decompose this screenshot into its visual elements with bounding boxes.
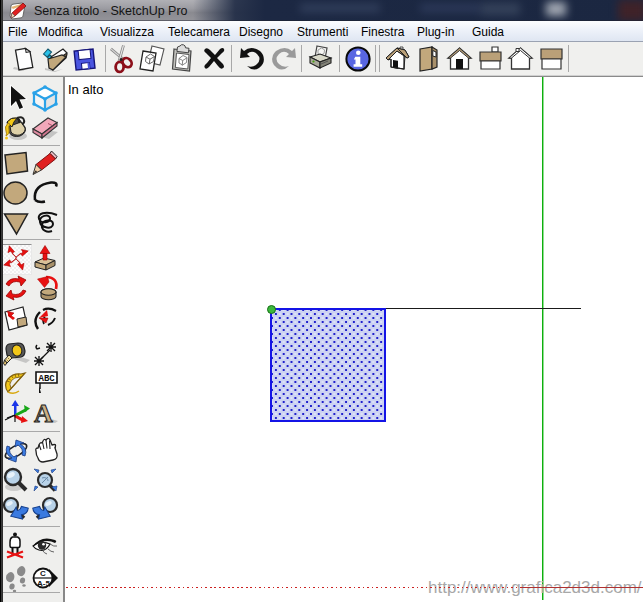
- svg-text:A-5: A-5: [37, 579, 50, 588]
- svg-text:A: A: [34, 399, 53, 427]
- svg-text:C: C: [40, 569, 46, 578]
- svg-text:ABC: ABC: [39, 374, 56, 384]
